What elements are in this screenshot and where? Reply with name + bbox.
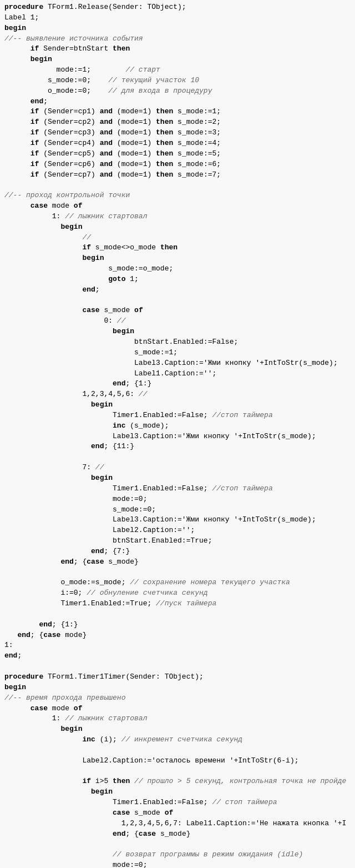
code-editor[interactable]: procedure TForm1.Release(Sender: TObject…: [0, 2, 355, 868]
code-container: procedure TForm1.Release(Sender: TObject…: [0, 0, 355, 868]
